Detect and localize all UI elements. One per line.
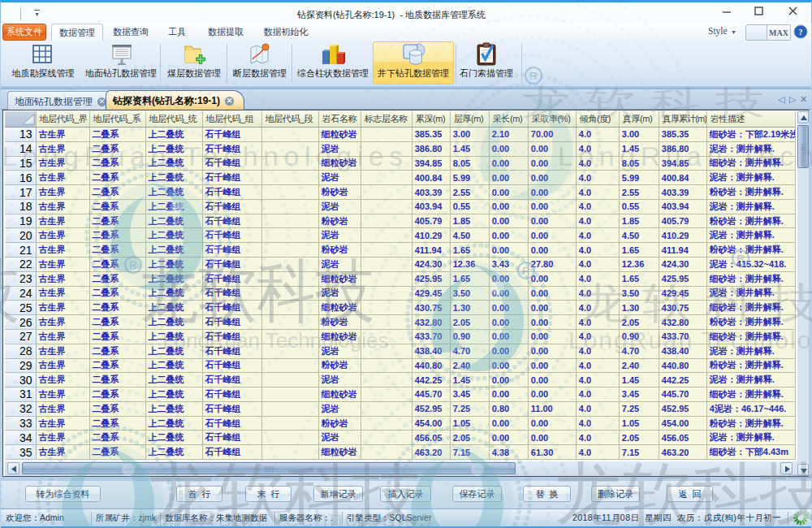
svg-text:?: ? (799, 28, 803, 37)
